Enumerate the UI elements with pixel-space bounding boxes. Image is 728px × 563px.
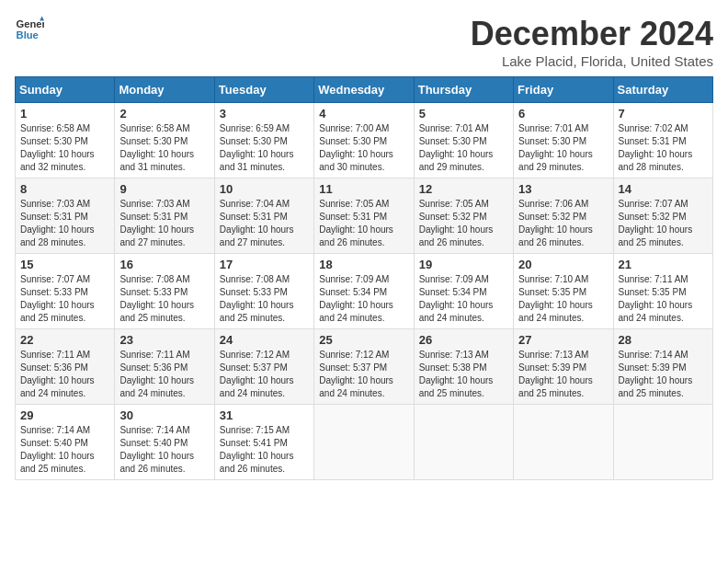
day-info: Sunrise: 7:06 AM Sunset: 5:32 PM Dayligh… — [518, 198, 608, 249]
calendar-table: Sunday Monday Tuesday Wednesday Thursday… — [15, 76, 713, 480]
calendar-row: 1 Sunrise: 6:58 AM Sunset: 5:30 PM Dayli… — [16, 103, 713, 178]
table-row: 9 Sunrise: 7:03 AM Sunset: 5:31 PM Dayli… — [115, 178, 214, 254]
table-row — [414, 405, 513, 480]
month-title: December 2024 — [471, 15, 713, 53]
table-row: 4 Sunrise: 7:00 AM Sunset: 5:30 PM Dayli… — [314, 103, 414, 178]
day-info: Sunrise: 7:02 AM Sunset: 5:31 PM Dayligh… — [619, 122, 708, 174]
table-row: 19 Sunrise: 7:09 AM Sunset: 5:34 PM Dayl… — [414, 254, 513, 329]
table-row: 25 Sunrise: 7:12 AM Sunset: 5:37 PM Dayl… — [314, 329, 414, 405]
col-sunday: Sunday — [16, 77, 115, 103]
col-tuesday: Tuesday — [214, 77, 313, 103]
day-number: 15 — [20, 258, 109, 271]
col-thursday: Thursday — [414, 77, 513, 103]
day-info: Sunrise: 7:14 AM Sunset: 5:40 PM Dayligh… — [119, 424, 209, 476]
day-info: Sunrise: 7:09 AM Sunset: 5:34 PM Dayligh… — [319, 273, 408, 325]
day-number: 18 — [319, 258, 408, 271]
title-area: December 2024 Lake Placid, Florida, Unit… — [471, 15, 713, 69]
table-row: 24 Sunrise: 7:12 AM Sunset: 5:37 PM Dayl… — [214, 329, 313, 405]
table-row: 3 Sunrise: 6:59 AM Sunset: 5:30 PM Dayli… — [214, 103, 313, 178]
day-number: 21 — [619, 258, 708, 271]
day-number: 14 — [619, 182, 708, 196]
day-info: Sunrise: 7:13 AM Sunset: 5:38 PM Dayligh… — [419, 349, 508, 400]
table-row: 29 Sunrise: 7:14 AM Sunset: 5:40 PM Dayl… — [16, 405, 115, 480]
day-info: Sunrise: 7:11 AM Sunset: 5:36 PM Dayligh… — [119, 349, 209, 400]
day-number: 17 — [220, 258, 309, 271]
table-row: 13 Sunrise: 7:06 AM Sunset: 5:32 PM Dayl… — [514, 178, 613, 254]
day-number: 6 — [518, 107, 608, 121]
col-monday: Monday — [115, 77, 214, 103]
day-info: Sunrise: 7:03 AM Sunset: 5:31 PM Dayligh… — [20, 198, 109, 249]
table-row: 28 Sunrise: 7:14 AM Sunset: 5:39 PM Dayl… — [613, 329, 712, 405]
table-row — [613, 405, 712, 480]
day-number: 19 — [419, 258, 508, 271]
table-row: 2 Sunrise: 6:58 AM Sunset: 5:30 PM Dayli… — [115, 103, 214, 178]
day-number: 2 — [119, 107, 209, 121]
day-info: Sunrise: 7:05 AM Sunset: 5:31 PM Dayligh… — [319, 198, 408, 249]
day-info: Sunrise: 7:11 AM Sunset: 5:35 PM Dayligh… — [619, 273, 708, 325]
day-info: Sunrise: 7:12 AM Sunset: 5:37 PM Dayligh… — [220, 349, 309, 400]
day-number: 7 — [619, 107, 708, 121]
table-row: 8 Sunrise: 7:03 AM Sunset: 5:31 PM Dayli… — [16, 178, 115, 254]
day-number: 29 — [20, 408, 109, 422]
table-row: 21 Sunrise: 7:11 AM Sunset: 5:35 PM Dayl… — [613, 254, 712, 329]
day-number: 9 — [119, 182, 209, 196]
page-header: General Blue December 2024 Lake Placid, … — [15, 15, 713, 69]
day-info: Sunrise: 7:05 AM Sunset: 5:32 PM Dayligh… — [419, 198, 508, 249]
logo: General Blue — [15, 15, 44, 44]
day-info: Sunrise: 7:08 AM Sunset: 5:33 PM Dayligh… — [119, 273, 209, 325]
day-number: 16 — [119, 258, 209, 271]
table-row: 23 Sunrise: 7:11 AM Sunset: 5:36 PM Dayl… — [115, 329, 214, 405]
day-number: 30 — [119, 408, 209, 422]
day-info: Sunrise: 7:01 AM Sunset: 5:30 PM Dayligh… — [518, 122, 608, 174]
col-saturday: Saturday — [613, 77, 712, 103]
table-row: 26 Sunrise: 7:13 AM Sunset: 5:38 PM Dayl… — [414, 329, 513, 405]
day-number: 20 — [518, 258, 608, 271]
location-title: Lake Placid, Florida, United States — [471, 53, 713, 69]
table-row: 16 Sunrise: 7:08 AM Sunset: 5:33 PM Dayl… — [115, 254, 214, 329]
table-row: 20 Sunrise: 7:10 AM Sunset: 5:35 PM Dayl… — [514, 254, 613, 329]
table-row — [514, 405, 613, 480]
calendar-row: 8 Sunrise: 7:03 AM Sunset: 5:31 PM Dayli… — [16, 178, 713, 254]
day-info: Sunrise: 7:09 AM Sunset: 5:34 PM Dayligh… — [419, 273, 508, 325]
day-number: 4 — [319, 107, 408, 121]
day-number: 3 — [220, 107, 309, 121]
day-info: Sunrise: 7:15 AM Sunset: 5:41 PM Dayligh… — [220, 424, 309, 476]
day-number: 27 — [518, 333, 608, 347]
table-row: 14 Sunrise: 7:07 AM Sunset: 5:32 PM Dayl… — [613, 178, 712, 254]
calendar-row: 29 Sunrise: 7:14 AM Sunset: 5:40 PM Dayl… — [16, 405, 713, 480]
day-info: Sunrise: 7:04 AM Sunset: 5:31 PM Dayligh… — [220, 198, 309, 249]
table-row: 15 Sunrise: 7:07 AM Sunset: 5:33 PM Dayl… — [16, 254, 115, 329]
day-info: Sunrise: 6:59 AM Sunset: 5:30 PM Dayligh… — [220, 122, 309, 174]
day-info: Sunrise: 7:08 AM Sunset: 5:33 PM Dayligh… — [220, 273, 309, 325]
svg-text:Blue: Blue — [17, 29, 39, 40]
table-row: 18 Sunrise: 7:09 AM Sunset: 5:34 PM Dayl… — [314, 254, 414, 329]
day-number: 31 — [220, 408, 309, 422]
day-info: Sunrise: 7:10 AM Sunset: 5:35 PM Dayligh… — [518, 273, 608, 325]
col-friday: Friday — [514, 77, 613, 103]
table-row: 1 Sunrise: 6:58 AM Sunset: 5:30 PM Dayli… — [16, 103, 115, 178]
table-row: 27 Sunrise: 7:13 AM Sunset: 5:39 PM Dayl… — [514, 329, 613, 405]
logo-icon: General Blue — [15, 15, 44, 44]
table-row: 30 Sunrise: 7:14 AM Sunset: 5:40 PM Dayl… — [115, 405, 214, 480]
table-row — [314, 405, 414, 480]
day-number: 28 — [619, 333, 708, 347]
calendar-row: 15 Sunrise: 7:07 AM Sunset: 5:33 PM Dayl… — [16, 254, 713, 329]
table-row: 17 Sunrise: 7:08 AM Sunset: 5:33 PM Dayl… — [214, 254, 313, 329]
table-row: 6 Sunrise: 7:01 AM Sunset: 5:30 PM Dayli… — [514, 103, 613, 178]
day-number: 13 — [518, 182, 608, 196]
day-number: 23 — [119, 333, 209, 347]
day-info: Sunrise: 6:58 AM Sunset: 5:30 PM Dayligh… — [119, 122, 209, 174]
day-info: Sunrise: 7:07 AM Sunset: 5:32 PM Dayligh… — [619, 198, 708, 249]
day-info: Sunrise: 6:58 AM Sunset: 5:30 PM Dayligh… — [20, 122, 109, 174]
day-number: 12 — [419, 182, 508, 196]
calendar-row: 22 Sunrise: 7:11 AM Sunset: 5:36 PM Dayl… — [16, 329, 713, 405]
day-info: Sunrise: 7:00 AM Sunset: 5:30 PM Dayligh… — [319, 122, 408, 174]
day-number: 26 — [419, 333, 508, 347]
day-number: 10 — [220, 182, 309, 196]
day-info: Sunrise: 7:03 AM Sunset: 5:31 PM Dayligh… — [119, 198, 209, 249]
day-number: 5 — [419, 107, 508, 121]
day-info: Sunrise: 7:01 AM Sunset: 5:30 PM Dayligh… — [419, 122, 508, 174]
day-info: Sunrise: 7:14 AM Sunset: 5:39 PM Dayligh… — [619, 349, 708, 400]
day-number: 25 — [319, 333, 408, 347]
day-info: Sunrise: 7:13 AM Sunset: 5:39 PM Dayligh… — [518, 349, 608, 400]
